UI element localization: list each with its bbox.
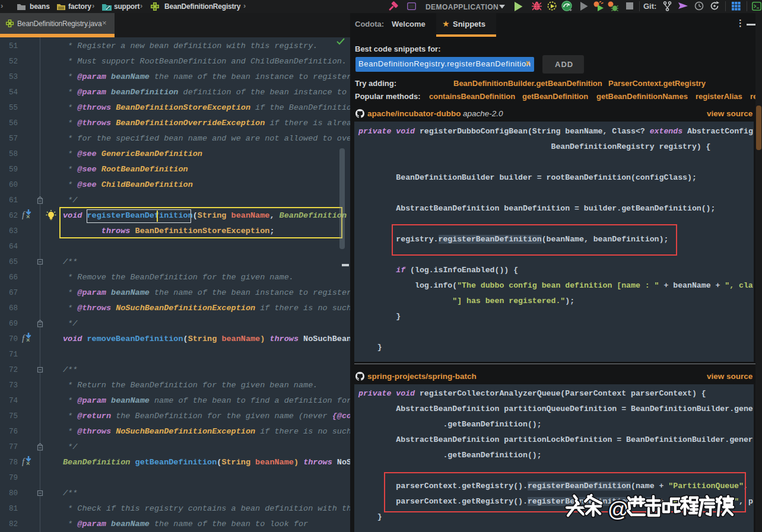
svg-text:@: @ xyxy=(608,498,629,521)
